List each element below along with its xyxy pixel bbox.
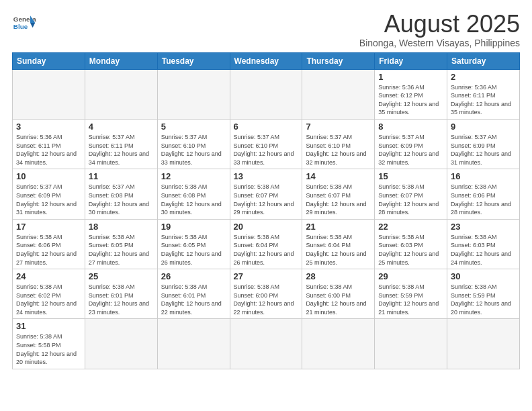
day-number: 8 xyxy=(378,122,443,132)
header-friday: Friday xyxy=(375,52,447,69)
table-row: 14Sunrise: 5:38 AM Sunset: 6:07 PM Dayli… xyxy=(302,169,375,219)
day-number: 10 xyxy=(16,171,81,181)
table-row: 11Sunrise: 5:37 AM Sunset: 6:08 PM Dayli… xyxy=(85,169,157,219)
day-info: Sunrise: 5:38 AM Sunset: 5:59 PM Dayligh… xyxy=(451,283,516,316)
table-row: 1Sunrise: 5:36 AM Sunset: 6:12 PM Daylig… xyxy=(375,69,447,119)
table-row: 23Sunrise: 5:38 AM Sunset: 6:03 PM Dayli… xyxy=(447,219,520,269)
table-row: 16Sunrise: 5:38 AM Sunset: 6:06 PM Dayli… xyxy=(447,169,520,219)
table-row xyxy=(230,319,302,369)
day-info: Sunrise: 5:38 AM Sunset: 5:59 PM Dayligh… xyxy=(378,283,443,316)
table-row: 21Sunrise: 5:38 AM Sunset: 6:04 PM Dayli… xyxy=(302,219,375,269)
table-row: 13Sunrise: 5:38 AM Sunset: 6:07 PM Dayli… xyxy=(230,169,302,219)
day-info: Sunrise: 5:38 AM Sunset: 6:04 PM Dayligh… xyxy=(234,233,299,267)
day-number: 16 xyxy=(451,171,516,181)
header-thursday: Thursday xyxy=(302,52,375,69)
header-wednesday: Wednesday xyxy=(230,52,302,69)
day-info: Sunrise: 5:37 AM Sunset: 6:11 PM Dayligh… xyxy=(89,133,154,167)
header-sunday: Sunday xyxy=(13,52,85,69)
day-number: 2 xyxy=(451,72,516,82)
table-row: 31Sunrise: 5:38 AM Sunset: 5:58 PM Dayli… xyxy=(13,319,85,369)
day-info: Sunrise: 5:36 AM Sunset: 6:12 PM Dayligh… xyxy=(378,83,443,117)
day-number: 30 xyxy=(451,271,516,281)
table-row: 8Sunrise: 5:37 AM Sunset: 6:09 PM Daylig… xyxy=(375,119,447,169)
day-info: Sunrise: 5:38 AM Sunset: 6:01 PM Dayligh… xyxy=(161,283,226,316)
day-info: Sunrise: 5:38 AM Sunset: 6:01 PM Dayligh… xyxy=(89,283,154,316)
day-info: Sunrise: 5:38 AM Sunset: 6:00 PM Dayligh… xyxy=(306,283,371,316)
day-number: 11 xyxy=(89,171,154,181)
table-row: 30Sunrise: 5:38 AM Sunset: 5:59 PM Dayli… xyxy=(447,269,520,319)
day-info: Sunrise: 5:38 AM Sunset: 6:06 PM Dayligh… xyxy=(451,183,516,216)
table-row: 20Sunrise: 5:38 AM Sunset: 6:04 PM Dayli… xyxy=(230,219,302,269)
table-row xyxy=(230,69,302,119)
day-info: Sunrise: 5:37 AM Sunset: 6:10 PM Dayligh… xyxy=(234,133,299,167)
day-number: 15 xyxy=(378,171,443,181)
day-info: Sunrise: 5:38 AM Sunset: 6:02 PM Dayligh… xyxy=(16,283,81,316)
table-row: 3Sunrise: 5:36 AM Sunset: 6:11 PM Daylig… xyxy=(13,119,85,169)
day-number: 5 xyxy=(161,122,226,132)
day-info: Sunrise: 5:38 AM Sunset: 6:07 PM Dayligh… xyxy=(378,183,443,216)
table-row: 15Sunrise: 5:38 AM Sunset: 6:07 PM Dayli… xyxy=(375,169,447,219)
day-number: 31 xyxy=(16,321,81,331)
day-info: Sunrise: 5:37 AM Sunset: 6:09 PM Dayligh… xyxy=(16,183,81,216)
day-info: Sunrise: 5:38 AM Sunset: 6:03 PM Dayligh… xyxy=(378,233,443,267)
svg-marker-3 xyxy=(30,23,35,28)
table-row: 2Sunrise: 5:36 AM Sunset: 6:11 PM Daylig… xyxy=(447,69,520,119)
day-number: 9 xyxy=(451,122,516,132)
day-number: 18 xyxy=(89,222,154,232)
calendar-page: General Blue August 2025 Binonga, Wester… xyxy=(0,0,532,411)
table-row: 22Sunrise: 5:38 AM Sunset: 6:03 PM Dayli… xyxy=(375,219,447,269)
generalblue-logo-icon: General Blue xyxy=(12,11,36,35)
calendar-subtitle: Binonga, Western Visayas, Philippines xyxy=(359,38,520,48)
day-number: 22 xyxy=(378,222,443,232)
header: General Blue August 2025 Binonga, Wester… xyxy=(12,11,520,48)
day-number: 14 xyxy=(306,171,371,181)
day-number: 3 xyxy=(16,122,81,132)
calendar-table: Sunday Monday Tuesday Wednesday Thursday… xyxy=(12,52,520,369)
day-number: 27 xyxy=(234,271,299,281)
day-info: Sunrise: 5:38 AM Sunset: 6:03 PM Dayligh… xyxy=(451,233,516,267)
table-row xyxy=(447,319,520,369)
day-info: Sunrise: 5:37 AM Sunset: 6:09 PM Dayligh… xyxy=(451,133,516,167)
table-row: 26Sunrise: 5:38 AM Sunset: 6:01 PM Dayli… xyxy=(157,269,230,319)
table-row: 19Sunrise: 5:38 AM Sunset: 6:05 PM Dayli… xyxy=(157,219,230,269)
day-number: 6 xyxy=(234,122,299,132)
table-row: 17Sunrise: 5:38 AM Sunset: 6:06 PM Dayli… xyxy=(13,219,85,269)
day-info: Sunrise: 5:36 AM Sunset: 6:11 PM Dayligh… xyxy=(16,133,81,167)
day-info: Sunrise: 5:37 AM Sunset: 6:10 PM Dayligh… xyxy=(306,133,371,167)
day-number: 7 xyxy=(306,122,371,132)
day-info: Sunrise: 5:38 AM Sunset: 6:05 PM Dayligh… xyxy=(89,233,154,267)
table-row xyxy=(302,319,375,369)
day-info: Sunrise: 5:37 AM Sunset: 6:10 PM Dayligh… xyxy=(161,133,226,167)
day-number: 25 xyxy=(89,271,154,281)
day-number: 12 xyxy=(161,171,226,181)
day-info: Sunrise: 5:38 AM Sunset: 6:05 PM Dayligh… xyxy=(161,233,226,267)
day-number: 26 xyxy=(161,271,226,281)
table-row: 6Sunrise: 5:37 AM Sunset: 6:10 PM Daylig… xyxy=(230,119,302,169)
table-row: 4Sunrise: 5:37 AM Sunset: 6:11 PM Daylig… xyxy=(85,119,157,169)
day-number: 23 xyxy=(451,222,516,232)
table-row xyxy=(157,69,230,119)
day-info: Sunrise: 5:38 AM Sunset: 6:07 PM Dayligh… xyxy=(234,183,299,216)
table-row xyxy=(157,319,230,369)
day-number: 21 xyxy=(306,222,371,232)
day-number: 4 xyxy=(89,122,154,132)
table-row xyxy=(375,319,447,369)
table-row: 25Sunrise: 5:38 AM Sunset: 6:01 PM Dayli… xyxy=(85,269,157,319)
day-info: Sunrise: 5:37 AM Sunset: 6:09 PM Dayligh… xyxy=(378,133,443,167)
day-info: Sunrise: 5:37 AM Sunset: 6:08 PM Dayligh… xyxy=(89,183,154,216)
day-number: 28 xyxy=(306,271,371,281)
header-monday: Monday xyxy=(85,52,157,69)
table-row: 5Sunrise: 5:37 AM Sunset: 6:10 PM Daylig… xyxy=(157,119,230,169)
table-row: 18Sunrise: 5:38 AM Sunset: 6:05 PM Dayli… xyxy=(85,219,157,269)
title-area: August 2025 Binonga, Western Visayas, Ph… xyxy=(359,11,520,48)
day-info: Sunrise: 5:38 AM Sunset: 6:04 PM Dayligh… xyxy=(306,233,371,267)
day-info: Sunrise: 5:38 AM Sunset: 5:58 PM Dayligh… xyxy=(16,332,81,366)
day-number: 20 xyxy=(234,222,299,232)
table-row xyxy=(85,69,157,119)
logo-area: General Blue xyxy=(12,11,36,35)
day-number: 1 xyxy=(378,72,443,82)
svg-text:Blue: Blue xyxy=(13,23,28,30)
day-number: 13 xyxy=(234,171,299,181)
calendar-title: August 2025 xyxy=(359,11,520,38)
header-tuesday: Tuesday xyxy=(157,52,230,69)
